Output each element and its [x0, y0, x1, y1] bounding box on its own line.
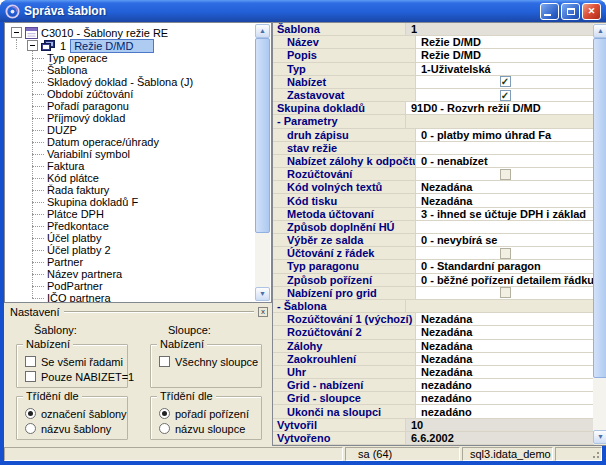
tree-item[interactable]: IČO partnera [5, 292, 255, 303]
tree-item[interactable]: Příjmový doklad [5, 112, 255, 124]
checkbox-unchecked-icon[interactable] [500, 287, 511, 298]
property-label: Nabízení pro grid [273, 287, 416, 299]
checkbox-icon[interactable] [25, 356, 36, 367]
property-value[interactable]: 91D0 - Rozvrh režií D/MD [406, 102, 594, 114]
grid-scroll-track[interactable] [593, 38, 606, 430]
tree-item[interactable]: Faktura [5, 160, 255, 172]
tree-item[interactable]: Předkontace [5, 220, 255, 232]
property-value: 1 [406, 23, 594, 35]
tree-item[interactable]: Plátce DPH [5, 208, 255, 220]
tree-item[interactable]: PodPartner [5, 280, 255, 292]
checkbox-option[interactable]: Všechny sloupce [159, 354, 257, 369]
checkbox-option[interactable]: Pouze NABIZET=1 [25, 369, 123, 384]
tree-item[interactable]: DUZP [5, 124, 255, 136]
settings-close-icon[interactable]: x [258, 307, 268, 317]
property-label: druh zápisu [273, 129, 416, 141]
radio-option[interactable]: názvu šablony [25, 421, 123, 436]
tree-scrollbar[interactable]: ▲ ▼ [255, 24, 270, 301]
property-value[interactable]: 0 - platby mimo úhrad Fa [416, 129, 594, 141]
checkbox-icon[interactable] [159, 356, 170, 367]
tree-scroll-track[interactable] [255, 38, 270, 287]
property-value[interactable]: 3 - ihned se účtuje DPH i základ [416, 208, 594, 220]
collapse-icon[interactable] [27, 40, 38, 51]
property-value[interactable]: Nezadána [416, 194, 594, 206]
property-value[interactable]: 0 - Standardní paragon [416, 260, 594, 272]
grid-scroll-thumb[interactable] [593, 38, 606, 378]
tree-item[interactable]: Kód plátce [5, 172, 255, 184]
property-value[interactable]: ✓ [416, 89, 594, 101]
radio-selected-icon[interactable] [25, 408, 36, 419]
property-value[interactable] [416, 142, 594, 154]
property-value[interactable]: Nezadána [416, 353, 594, 365]
tree-item[interactable]: Účel platby [5, 232, 255, 244]
resize-grip[interactable] [590, 449, 600, 459]
scroll-down-icon[interactable]: ▼ [593, 430, 606, 444]
radio-icon[interactable] [25, 423, 36, 434]
property-value[interactable]: 1-Uživatelská [416, 63, 594, 75]
property-value[interactable]: Nezadána [416, 313, 594, 325]
radio-option[interactable]: označení šablony [25, 406, 123, 421]
checkbox-checked-icon[interactable]: ✓ [500, 76, 511, 87]
tree-item[interactable]: Pořadí paragonu [5, 100, 255, 112]
property-value[interactable]: 0 - nevybírá se [416, 234, 594, 246]
selected-template-label[interactable]: Režie D/MD [70, 39, 154, 53]
property-value[interactable]: nezadáno [416, 405, 594, 417]
tree-item[interactable]: Řada faktury [5, 184, 255, 196]
property-value[interactable] [416, 221, 594, 233]
property-label: Výběr ze salda [273, 234, 416, 246]
tree-item[interactable]: Skladový doklad - Šablona (J) [5, 76, 255, 88]
property-row: druh zápisu0 - platby mimo úhrad Fa [273, 129, 594, 142]
property-value[interactable]: Režie D/MD [416, 49, 594, 61]
grid-scrollbar[interactable]: ▲ ▼ [593, 24, 606, 444]
checkbox-checked-icon[interactable]: ✓ [500, 90, 511, 101]
tree-item[interactable]: Období zúčtování [5, 88, 255, 100]
property-value[interactable]: Nezadána [416, 181, 594, 193]
tree-item[interactable]: Název partnera [5, 268, 255, 280]
radio-option[interactable]: pořadí pořízení [159, 406, 257, 421]
scroll-up-icon[interactable]: ▲ [593, 24, 606, 38]
checkbox-unchecked-icon[interactable] [500, 248, 511, 259]
minimize-button[interactable] [540, 3, 559, 20]
checkbox-option[interactable]: Se všemi řadami [25, 354, 123, 369]
tree-item-label: DUZP [47, 124, 77, 136]
property-row: - Parametry [273, 115, 594, 128]
tree-item[interactable]: Skupina dokladů F [5, 196, 255, 208]
property-row: Nabízet zálohy k odpočtu0 - nenabízet [273, 155, 594, 168]
tree-item[interactable]: Partner [5, 256, 255, 268]
tree-item[interactable]: Typ operace [5, 52, 255, 64]
property-value[interactable]: Nezadána [416, 366, 594, 378]
property-label: Nabízet [273, 76, 416, 88]
property-value[interactable]: Režie D/MD [416, 36, 594, 48]
checkbox-icon[interactable] [25, 371, 36, 382]
property-value[interactable] [416, 168, 594, 180]
property-label[interactable]: - Šablona [273, 300, 406, 312]
tree-scroll-thumb[interactable] [255, 38, 270, 233]
checkbox-unchecked-icon[interactable] [500, 169, 511, 180]
tree-item[interactable]: Variabilní symbol [5, 148, 255, 160]
property-value[interactable]: Nezadána [416, 340, 594, 352]
tree-item[interactable]: Účel platby 2 [5, 244, 255, 256]
property-value[interactable]: 0 - běžné pořízení detailem řádku [416, 274, 594, 286]
radio-option[interactable]: názvu sloupce [159, 421, 257, 436]
property-value[interactable] [416, 287, 594, 299]
tree-root-item[interactable]: C3010 - Šablony režie RE [11, 26, 168, 39]
property-value[interactable]: 0 - nenabízet [416, 155, 594, 167]
settings-column: Šablony:NabízeníSe všemi řadamiPouze NAB… [16, 322, 128, 440]
property-label[interactable]: - Parametry [273, 115, 406, 127]
scroll-up-icon[interactable]: ▲ [255, 24, 270, 38]
property-value[interactable] [416, 247, 594, 259]
selected-template-node[interactable]: 1 Režie D/MD [27, 39, 154, 52]
tree-item[interactable]: Šablona [5, 64, 255, 76]
property-value[interactable]: ✓ [416, 76, 594, 88]
property-value[interactable]: nezadáno [416, 379, 594, 391]
collapse-icon[interactable] [11, 27, 22, 38]
radio-selected-icon[interactable] [159, 408, 170, 419]
tree-item[interactable]: Datum operace/úhrady [5, 136, 255, 148]
radio-icon[interactable] [159, 423, 170, 434]
property-value[interactable]: nezadáno [416, 392, 594, 404]
close-button[interactable]: ✕ [582, 3, 601, 20]
maximize-button[interactable] [561, 3, 580, 20]
property-value [406, 115, 594, 127]
property-value[interactable]: Nezadána [416, 326, 594, 338]
scroll-down-icon[interactable]: ▼ [255, 287, 270, 301]
